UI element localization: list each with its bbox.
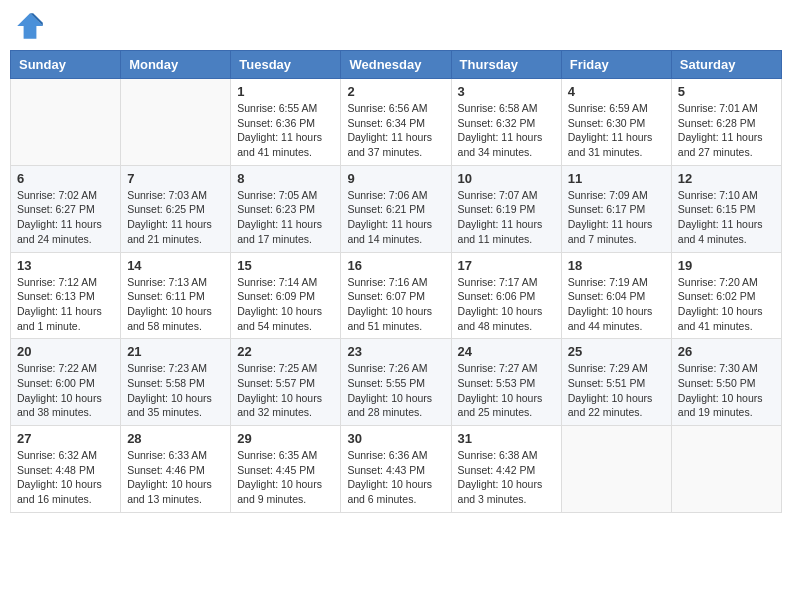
calendar-cell: 17Sunrise: 7:17 AMSunset: 6:06 PMDayligh…: [451, 252, 561, 339]
day-info: Sunrise: 7:25 AMSunset: 5:57 PMDaylight:…: [237, 361, 334, 420]
calendar-week-row: 20Sunrise: 7:22 AMSunset: 6:00 PMDayligh…: [11, 339, 782, 426]
calendar-cell: 14Sunrise: 7:13 AMSunset: 6:11 PMDayligh…: [121, 252, 231, 339]
day-number: 25: [568, 344, 665, 359]
day-info: Sunrise: 7:23 AMSunset: 5:58 PMDaylight:…: [127, 361, 224, 420]
day-number: 12: [678, 171, 775, 186]
day-info: Sunrise: 7:20 AMSunset: 6:02 PMDaylight:…: [678, 275, 775, 334]
day-number: 30: [347, 431, 444, 446]
calendar-cell: 18Sunrise: 7:19 AMSunset: 6:04 PMDayligh…: [561, 252, 671, 339]
day-info: Sunrise: 7:29 AMSunset: 5:51 PMDaylight:…: [568, 361, 665, 420]
day-info: Sunrise: 7:05 AMSunset: 6:23 PMDaylight:…: [237, 188, 334, 247]
calendar-cell: [561, 426, 671, 513]
calendar-cell: 28Sunrise: 6:33 AMSunset: 4:46 PMDayligh…: [121, 426, 231, 513]
day-number: 15: [237, 258, 334, 273]
calendar-cell: 1Sunrise: 6:55 AMSunset: 6:36 PMDaylight…: [231, 79, 341, 166]
calendar-cell: 16Sunrise: 7:16 AMSunset: 6:07 PMDayligh…: [341, 252, 451, 339]
day-info: Sunrise: 6:58 AMSunset: 6:32 PMDaylight:…: [458, 101, 555, 160]
calendar-cell: 30Sunrise: 6:36 AMSunset: 4:43 PMDayligh…: [341, 426, 451, 513]
weekday-header-wednesday: Wednesday: [341, 51, 451, 79]
day-number: 19: [678, 258, 775, 273]
calendar-week-row: 27Sunrise: 6:32 AMSunset: 4:48 PMDayligh…: [11, 426, 782, 513]
day-number: 16: [347, 258, 444, 273]
calendar-cell: 12Sunrise: 7:10 AMSunset: 6:15 PMDayligh…: [671, 165, 781, 252]
calendar-cell: 11Sunrise: 7:09 AMSunset: 6:17 PMDayligh…: [561, 165, 671, 252]
weekday-header-thursday: Thursday: [451, 51, 561, 79]
day-info: Sunrise: 7:01 AMSunset: 6:28 PMDaylight:…: [678, 101, 775, 160]
svg-marker-0: [17, 13, 43, 39]
day-info: Sunrise: 7:19 AMSunset: 6:04 PMDaylight:…: [568, 275, 665, 334]
calendar-cell: 27Sunrise: 6:32 AMSunset: 4:48 PMDayligh…: [11, 426, 121, 513]
calendar-cell: 8Sunrise: 7:05 AMSunset: 6:23 PMDaylight…: [231, 165, 341, 252]
calendar-cell: [671, 426, 781, 513]
calendar-cell: 19Sunrise: 7:20 AMSunset: 6:02 PMDayligh…: [671, 252, 781, 339]
day-number: 14: [127, 258, 224, 273]
day-info: Sunrise: 6:56 AMSunset: 6:34 PMDaylight:…: [347, 101, 444, 160]
day-info: Sunrise: 7:17 AMSunset: 6:06 PMDaylight:…: [458, 275, 555, 334]
day-number: 29: [237, 431, 334, 446]
day-number: 9: [347, 171, 444, 186]
calendar-cell: 7Sunrise: 7:03 AMSunset: 6:25 PMDaylight…: [121, 165, 231, 252]
day-info: Sunrise: 7:09 AMSunset: 6:17 PMDaylight:…: [568, 188, 665, 247]
day-info: Sunrise: 6:38 AMSunset: 4:42 PMDaylight:…: [458, 448, 555, 507]
calendar-cell: 2Sunrise: 6:56 AMSunset: 6:34 PMDaylight…: [341, 79, 451, 166]
calendar-cell: 23Sunrise: 7:26 AMSunset: 5:55 PMDayligh…: [341, 339, 451, 426]
calendar-week-row: 13Sunrise: 7:12 AMSunset: 6:13 PMDayligh…: [11, 252, 782, 339]
calendar-cell: 25Sunrise: 7:29 AMSunset: 5:51 PMDayligh…: [561, 339, 671, 426]
day-info: Sunrise: 7:06 AMSunset: 6:21 PMDaylight:…: [347, 188, 444, 247]
day-info: Sunrise: 7:03 AMSunset: 6:25 PMDaylight:…: [127, 188, 224, 247]
calendar-week-row: 1Sunrise: 6:55 AMSunset: 6:36 PMDaylight…: [11, 79, 782, 166]
day-number: 27: [17, 431, 114, 446]
day-number: 18: [568, 258, 665, 273]
day-number: 4: [568, 84, 665, 99]
day-info: Sunrise: 7:16 AMSunset: 6:07 PMDaylight:…: [347, 275, 444, 334]
calendar-cell: 22Sunrise: 7:25 AMSunset: 5:57 PMDayligh…: [231, 339, 341, 426]
calendar-cell: 26Sunrise: 7:30 AMSunset: 5:50 PMDayligh…: [671, 339, 781, 426]
day-number: 21: [127, 344, 224, 359]
day-info: Sunrise: 7:13 AMSunset: 6:11 PMDaylight:…: [127, 275, 224, 334]
day-info: Sunrise: 7:07 AMSunset: 6:19 PMDaylight:…: [458, 188, 555, 247]
calendar-cell: [121, 79, 231, 166]
day-number: 6: [17, 171, 114, 186]
calendar-cell: 4Sunrise: 6:59 AMSunset: 6:30 PMDaylight…: [561, 79, 671, 166]
calendar-header-row: SundayMondayTuesdayWednesdayThursdayFrid…: [11, 51, 782, 79]
day-number: 5: [678, 84, 775, 99]
day-info: Sunrise: 7:14 AMSunset: 6:09 PMDaylight:…: [237, 275, 334, 334]
day-info: Sunrise: 7:30 AMSunset: 5:50 PMDaylight:…: [678, 361, 775, 420]
calendar-cell: 24Sunrise: 7:27 AMSunset: 5:53 PMDayligh…: [451, 339, 561, 426]
day-info: Sunrise: 7:27 AMSunset: 5:53 PMDaylight:…: [458, 361, 555, 420]
calendar-cell: 10Sunrise: 7:07 AMSunset: 6:19 PMDayligh…: [451, 165, 561, 252]
day-number: 8: [237, 171, 334, 186]
day-number: 26: [678, 344, 775, 359]
day-info: Sunrise: 7:22 AMSunset: 6:00 PMDaylight:…: [17, 361, 114, 420]
day-info: Sunrise: 6:33 AMSunset: 4:46 PMDaylight:…: [127, 448, 224, 507]
day-info: Sunrise: 6:36 AMSunset: 4:43 PMDaylight:…: [347, 448, 444, 507]
day-number: 28: [127, 431, 224, 446]
day-info: Sunrise: 6:35 AMSunset: 4:45 PMDaylight:…: [237, 448, 334, 507]
day-info: Sunrise: 6:59 AMSunset: 6:30 PMDaylight:…: [568, 101, 665, 160]
day-info: Sunrise: 7:02 AMSunset: 6:27 PMDaylight:…: [17, 188, 114, 247]
weekday-header-sunday: Sunday: [11, 51, 121, 79]
day-info: Sunrise: 6:32 AMSunset: 4:48 PMDaylight:…: [17, 448, 114, 507]
calendar-cell: 20Sunrise: 7:22 AMSunset: 6:00 PMDayligh…: [11, 339, 121, 426]
day-info: Sunrise: 7:12 AMSunset: 6:13 PMDaylight:…: [17, 275, 114, 334]
calendar-table: SundayMondayTuesdayWednesdayThursdayFrid…: [10, 50, 782, 513]
calendar-cell: 31Sunrise: 6:38 AMSunset: 4:42 PMDayligh…: [451, 426, 561, 513]
day-number: 17: [458, 258, 555, 273]
day-number: 1: [237, 84, 334, 99]
calendar-cell: 6Sunrise: 7:02 AMSunset: 6:27 PMDaylight…: [11, 165, 121, 252]
calendar-cell: 5Sunrise: 7:01 AMSunset: 6:28 PMDaylight…: [671, 79, 781, 166]
logo-icon: [14, 10, 46, 42]
day-number: 13: [17, 258, 114, 273]
calendar-cell: 15Sunrise: 7:14 AMSunset: 6:09 PMDayligh…: [231, 252, 341, 339]
calendar-cell: 29Sunrise: 6:35 AMSunset: 4:45 PMDayligh…: [231, 426, 341, 513]
day-number: 10: [458, 171, 555, 186]
day-number: 7: [127, 171, 224, 186]
day-number: 22: [237, 344, 334, 359]
calendar-cell: [11, 79, 121, 166]
day-number: 31: [458, 431, 555, 446]
day-number: 11: [568, 171, 665, 186]
day-number: 2: [347, 84, 444, 99]
calendar-cell: 13Sunrise: 7:12 AMSunset: 6:13 PMDayligh…: [11, 252, 121, 339]
day-info: Sunrise: 6:55 AMSunset: 6:36 PMDaylight:…: [237, 101, 334, 160]
calendar-week-row: 6Sunrise: 7:02 AMSunset: 6:27 PMDaylight…: [11, 165, 782, 252]
